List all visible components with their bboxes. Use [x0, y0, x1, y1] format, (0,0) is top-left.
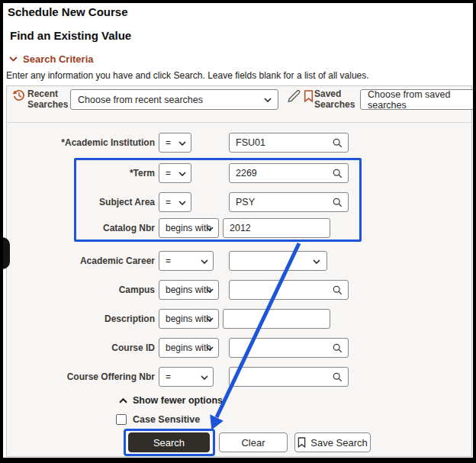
- chevron-down-icon: [178, 201, 186, 205]
- lookup-icon[interactable]: [333, 169, 343, 178]
- lookup-icon[interactable]: [333, 343, 343, 353]
- value-field: [229, 163, 349, 183]
- description-input[interactable]: [224, 310, 330, 328]
- bookmark-icon: [298, 437, 306, 448]
- operator-value: =: [166, 168, 171, 178]
- field-row-campus: Campus begins with: [0, 280, 476, 300]
- operator-dropdown[interactable]: =: [159, 163, 191, 183]
- operator-dropdown[interactable]: =: [159, 133, 191, 153]
- operator-dropdown[interactable]: begins with: [159, 338, 219, 358]
- schedule-new-course-page: Schedule New Course Find an Existing Val…: [0, 0, 476, 463]
- course-offering-nbr-input[interactable]: [230, 368, 348, 386]
- course-id-input[interactable]: [230, 339, 348, 357]
- operator-value: =: [166, 137, 171, 148]
- case-sensitive-checkbox[interactable]: [116, 414, 127, 425]
- side-drawer-handle[interactable]: [2, 237, 10, 269]
- field-label: Course ID: [0, 338, 155, 358]
- chevron-down-icon: [178, 172, 186, 176]
- operator-dropdown[interactable]: begins with: [159, 309, 219, 329]
- value-field: [223, 309, 330, 329]
- case-sensitive-row: Case Sensitive: [116, 414, 200, 425]
- field-row-description: Description begins with: [0, 309, 476, 329]
- recent-searches-label-line2: Searches: [27, 99, 68, 110]
- chevron-down-icon: [206, 227, 214, 231]
- field-row-course-id: Course ID begins with: [0, 338, 476, 358]
- operator-value: =: [166, 256, 171, 266]
- value-field: [229, 192, 349, 212]
- field-row-course-offering-nbr: Course Offering Nbr =: [0, 367, 476, 387]
- operator-value: begins with: [166, 342, 211, 353]
- saved-searches-dropdown[interactable]: Choose from saved searches: [360, 89, 474, 110]
- search-button[interactable]: Search: [128, 432, 210, 452]
- field-row-catalog-nbr: Catalog Nbr begins with: [0, 218, 476, 238]
- campus-input[interactable]: [230, 281, 348, 299]
- recent-searches-dropdown-value: Choose from recent searches: [78, 95, 203, 105]
- operator-value: begins with: [166, 285, 211, 295]
- find-existing-value-heading: Find an Existing Value: [10, 29, 131, 42]
- chevron-down-icon: [206, 346, 214, 351]
- subject-area-input[interactable]: [230, 193, 348, 211]
- save-search-button[interactable]: Save Search: [294, 432, 371, 452]
- recent-searches-label-line1: Recent: [27, 88, 58, 99]
- chevron-down-icon: [313, 259, 320, 264]
- chevron-down-icon: [206, 288, 214, 293]
- value-field: [223, 218, 330, 238]
- lookup-icon[interactable]: [333, 372, 343, 382]
- academic-career-select[interactable]: [229, 251, 327, 271]
- operator-dropdown[interactable]: =: [159, 192, 191, 212]
- operator-value: =: [166, 371, 171, 382]
- saved-searches-label-line1: Saved: [314, 88, 341, 99]
- value-field: [229, 338, 349, 358]
- field-label: Subject Area: [0, 192, 155, 212]
- field-label: *Academic Institution: [0, 133, 155, 153]
- saved-searches-dropdown-value: Choose from saved searches: [368, 89, 467, 111]
- chevron-down-icon: [201, 259, 208, 264]
- operator-dropdown[interactable]: =: [159, 251, 214, 271]
- panel-divider: [7, 122, 471, 123]
- academic-institution-input[interactable]: [230, 133, 348, 152]
- pencil-icon[interactable]: [286, 88, 301, 104]
- case-sensitive-label: Case Sensitive: [133, 414, 200, 425]
- save-search-label: Save Search: [310, 437, 367, 449]
- operator-value: begins with: [166, 313, 211, 324]
- field-label: Catalog Nbr: [0, 218, 155, 238]
- value-field: [229, 133, 349, 153]
- recent-searches-dropdown[interactable]: Choose from recent searches: [70, 89, 278, 110]
- field-label: Description: [0, 309, 155, 329]
- lookup-icon[interactable]: [333, 198, 343, 207]
- search-criteria-toggle[interactable]: Search Criteria: [9, 53, 94, 65]
- field-row-academic-career: Academic Career =: [0, 251, 476, 271]
- field-label: Campus: [0, 280, 155, 300]
- field-row-academic-institution: *Academic Institution =: [0, 133, 476, 153]
- page-title: Schedule New Course: [8, 5, 128, 18]
- operator-dropdown[interactable]: begins with: [159, 280, 219, 300]
- lookup-icon[interactable]: [333, 285, 343, 295]
- field-row-term: *Term =: [0, 163, 476, 183]
- search-criteria-label: Search Criteria: [23, 53, 94, 65]
- show-fewer-options-toggle[interactable]: Show fewer options: [119, 395, 223, 406]
- operator-value: =: [166, 197, 171, 207]
- operator-dropdown[interactable]: =: [159, 367, 214, 387]
- lookup-icon[interactable]: [333, 138, 343, 148]
- chevron-up-icon: [119, 398, 127, 404]
- instructions-text: Enter any information you have and click…: [6, 70, 369, 81]
- value-field: [229, 280, 349, 300]
- chevron-down-icon: [178, 141, 186, 146]
- catalog-nbr-input[interactable]: [224, 219, 330, 237]
- chevron-down-icon: [264, 98, 272, 102]
- show-fewer-options-label: Show fewer options: [133, 395, 223, 406]
- operator-value: begins with: [166, 223, 211, 233]
- clear-button[interactable]: Clear: [219, 432, 288, 452]
- history-icon: [12, 88, 26, 102]
- bookmark-icon: [304, 90, 314, 102]
- operator-dropdown[interactable]: begins with: [159, 218, 219, 238]
- chevron-down-icon: [206, 317, 214, 322]
- field-label: Academic Career: [0, 251, 155, 271]
- term-input[interactable]: [230, 164, 348, 182]
- chevron-down-icon: [9, 56, 18, 62]
- chevron-down-icon: [201, 375, 208, 380]
- field-label: *Term: [0, 163, 155, 183]
- field-label: Course Offering Nbr: [0, 367, 155, 387]
- saved-searches-label-line2: Searches: [314, 99, 355, 110]
- field-row-subject-area: Subject Area =: [0, 192, 476, 212]
